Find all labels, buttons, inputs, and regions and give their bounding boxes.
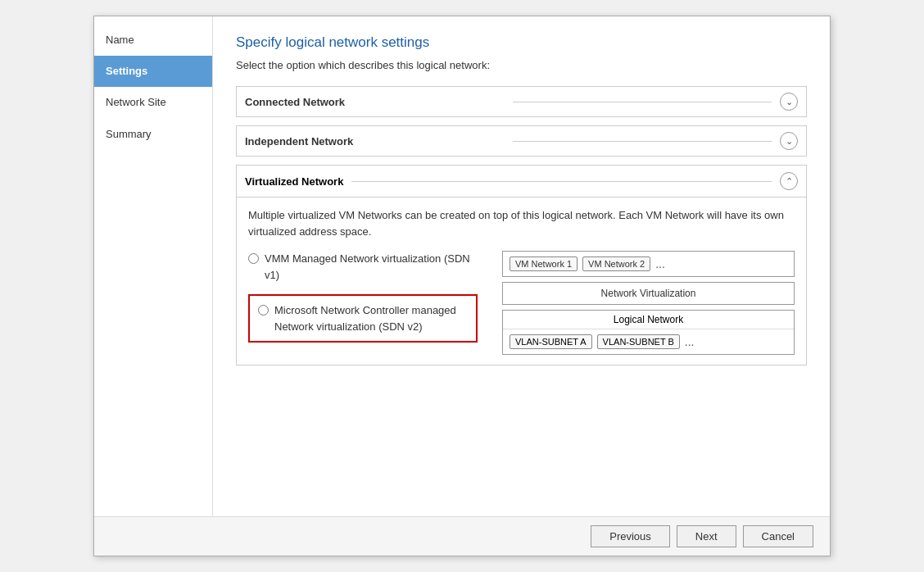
sidebar: Name Settings Network Site Summary xyxy=(94,16,213,516)
options-row: VMM Managed Network virtualization (SDN … xyxy=(248,251,795,355)
section-independent-chevron[interactable]: ⌄ xyxy=(780,132,798,150)
option-microsoft-nc-label: Microsoft Network Controller managed Net… xyxy=(274,302,468,334)
section-connected: Connected Network ⌄ xyxy=(236,86,807,117)
vm-network-1-tag: VM Network 1 xyxy=(510,256,578,271)
cancel-button[interactable]: Cancel xyxy=(743,525,813,547)
vm-networks-dots: ... xyxy=(655,257,665,270)
diagram-vm-networks: VM Network 1 VM Network 2 ... xyxy=(502,251,795,277)
network-virtualization-label: Network Virtualization xyxy=(510,288,787,299)
section-virtualized-header[interactable]: Virtualized Network ⌃ xyxy=(237,166,806,197)
network-diagram: VM Network 1 VM Network 2 ... Network Vi… xyxy=(502,251,795,355)
section-virtualized: Virtualized Network ⌃ Multiple virtualiz… xyxy=(236,165,807,365)
page-title: Specify logical network settings xyxy=(236,34,807,51)
section-connected-chevron[interactable]: ⌄ xyxy=(780,93,798,111)
next-button[interactable]: Next xyxy=(677,525,736,547)
vlan-subnet-b-tag: VLAN-SUBNET B xyxy=(597,334,680,349)
option-vmm-managed-label: VMM Managed Network virtualization (SDN … xyxy=(265,251,478,283)
section-virtualized-line xyxy=(351,181,772,182)
section-virtualized-label: Virtualized Network xyxy=(245,175,343,188)
radio-vmm-managed[interactable] xyxy=(248,253,259,264)
dialog-footer: Previous Next Cancel xyxy=(94,516,830,556)
section-connected-header[interactable]: Connected Network ⌄ xyxy=(236,86,807,117)
section-independent-header[interactable]: Independent Network ⌄ xyxy=(236,125,807,157)
sidebar-item-network-site[interactable]: Network Site xyxy=(94,87,212,118)
option-vmm-managed: VMM Managed Network virtualization (SDN … xyxy=(248,251,478,283)
page-description: Select the option which describes this l… xyxy=(236,59,807,71)
section-virtualized-body: Multiple virtualized VM Networks can be … xyxy=(237,197,806,365)
dialog-body: Name Settings Network Site Summary Speci… xyxy=(94,16,830,516)
dialog-window: Name Settings Network Site Summary Speci… xyxy=(93,16,831,556)
diagram-network-virtualization: Network Virtualization xyxy=(502,282,795,305)
radio-microsoft-nc[interactable] xyxy=(258,305,269,316)
vlan-subnet-a-tag: VLAN-SUBNET A xyxy=(510,334,592,349)
section-independent-line xyxy=(513,141,772,142)
section-independent: Independent Network ⌄ xyxy=(236,125,807,157)
subnet-dots: ... xyxy=(685,335,695,348)
sidebar-item-summary[interactable]: Summary xyxy=(94,119,212,150)
vm-network-2-tag: VM Network 2 xyxy=(582,256,650,271)
subnet-row: VLAN-SUBNET A VLAN-SUBNET B ... xyxy=(503,329,794,354)
virtualized-description: Multiple virtualized VM Networks can be … xyxy=(248,207,795,239)
logical-network-label: Logical Network xyxy=(503,311,794,329)
section-virtualized-chevron[interactable]: ⌃ xyxy=(780,172,798,190)
section-independent-label: Independent Network xyxy=(245,135,505,148)
option-microsoft-nc: Microsoft Network Controller managed Net… xyxy=(248,294,478,343)
main-content: Specify logical network settings Select … xyxy=(213,16,830,516)
section-connected-label: Connected Network xyxy=(245,96,505,108)
sidebar-item-name[interactable]: Name xyxy=(94,25,212,56)
previous-button[interactable]: Previous xyxy=(591,525,670,547)
section-connected-line xyxy=(513,102,772,102)
sidebar-item-settings[interactable]: Settings xyxy=(94,56,212,87)
